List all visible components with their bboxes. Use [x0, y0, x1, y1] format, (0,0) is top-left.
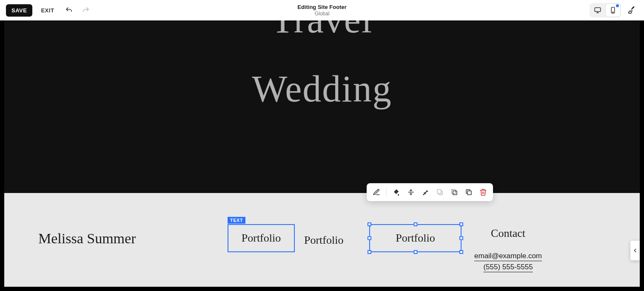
desktop-icon: [594, 6, 601, 14]
contact-block[interactable]: Contact email@example.com (555) 555-5555: [474, 227, 542, 271]
top-toolbar: SAVE EXIT Editing Site Footer Global: [0, 0, 644, 20]
undo-button[interactable]: [63, 4, 75, 17]
layer-backward-icon: [450, 188, 458, 196]
desktop-preview-button[interactable]: [590, 4, 605, 17]
portfolio-text-1: Portfolio: [242, 232, 281, 245]
delete-block-button[interactable]: [477, 186, 490, 199]
editing-context-title: Editing Site Footer: [297, 4, 347, 10]
resize-handle-sw[interactable]: [368, 250, 371, 254]
chevron-left-icon: [632, 248, 638, 254]
exit-button[interactable]: EXIT: [37, 5, 58, 16]
resize-handle-se[interactable]: [459, 250, 463, 254]
block-type-badge: TEXT: [228, 217, 245, 224]
portfolio-text-3: Portfolio: [396, 232, 435, 245]
save-button[interactable]: SAVE: [6, 4, 32, 17]
svg-rect-4: [452, 190, 456, 193]
toolbar-title-group: Editing Site Footer Global: [297, 4, 347, 17]
block-toolbar: [367, 183, 493, 201]
canvas-wrap: Travel Wedding Melissa Summer TEXT Portf…: [4, 20, 640, 287]
mobile-preview-button[interactable]: [606, 4, 620, 17]
duplicate-icon: [465, 188, 473, 196]
pin-icon: [422, 188, 429, 196]
app-root: SAVE EXIT Editing Site Footer Global: [0, 0, 644, 291]
portfolio-text-block-1[interactable]: Portfolio: [228, 224, 295, 252]
svg-rect-6: [467, 191, 471, 195]
notification-dot-icon: [616, 4, 619, 7]
edit-block-button[interactable]: [370, 186, 383, 199]
resize-handle-s[interactable]: [413, 250, 417, 254]
pin-block-button[interactable]: [419, 186, 432, 199]
toolbar-left-group: SAVE EXIT: [6, 4, 92, 17]
contact-title[interactable]: Contact: [474, 227, 542, 240]
contact-email-link[interactable]: email@example.com: [474, 252, 542, 260]
styles-button[interactable]: [624, 3, 638, 18]
resize-handle-w[interactable]: [368, 236, 371, 240]
bring-forward-button[interactable]: [433, 186, 446, 199]
pencil-icon: [373, 188, 380, 196]
device-preview-toggle: [590, 3, 621, 17]
svg-rect-0: [595, 8, 601, 12]
site-title-text[interactable]: Melissa Summer: [38, 230, 136, 247]
paintbrush-icon: [627, 6, 635, 14]
trash-icon: [479, 188, 487, 196]
mobile-icon: [609, 6, 617, 14]
svg-rect-5: [453, 191, 457, 195]
align-vertical-icon: [407, 188, 415, 196]
layer-forward-icon: [436, 188, 444, 196]
redo-button[interactable]: [80, 4, 92, 17]
resize-handle-n[interactable]: [413, 222, 417, 226]
svg-point-2: [613, 12, 613, 13]
expand-panel-tab[interactable]: [630, 241, 640, 260]
portfolio-text-2: Portfolio: [304, 234, 343, 247]
portfolio-text-block-2[interactable]: Portfolio: [304, 234, 343, 247]
duplicate-block-button[interactable]: [462, 186, 475, 199]
hero-word-wedding[interactable]: Wedding: [252, 67, 392, 110]
editing-canvas[interactable]: Travel Wedding Melissa Summer TEXT Portf…: [4, 20, 640, 287]
resize-handle-ne[interactable]: [459, 222, 463, 226]
toolbar-right-group: [590, 3, 638, 18]
fill-color-button[interactable]: [390, 186, 403, 199]
hero-section[interactable]: Travel Wedding: [4, 20, 640, 193]
paint-bucket-icon: [393, 188, 400, 196]
editing-context-subtitle: Global: [297, 11, 347, 17]
redo-icon: [82, 6, 90, 14]
toolbar-separator: [386, 187, 387, 197]
align-button[interactable]: [405, 186, 417, 199]
footer-section[interactable]: Melissa Summer TEXT Portfolio Portfolio …: [4, 193, 640, 287]
hero-word-travel[interactable]: Travel: [271, 20, 373, 41]
portfolio-text-block-3-selected[interactable]: Portfolio: [369, 224, 462, 252]
resize-handle-e[interactable]: [459, 236, 463, 240]
undo-icon: [65, 6, 73, 14]
svg-rect-3: [437, 190, 441, 193]
contact-phone-link[interactable]: (555) 555-5555: [483, 263, 533, 271]
resize-handle-nw[interactable]: [368, 222, 371, 226]
send-backward-button[interactable]: [448, 186, 461, 199]
